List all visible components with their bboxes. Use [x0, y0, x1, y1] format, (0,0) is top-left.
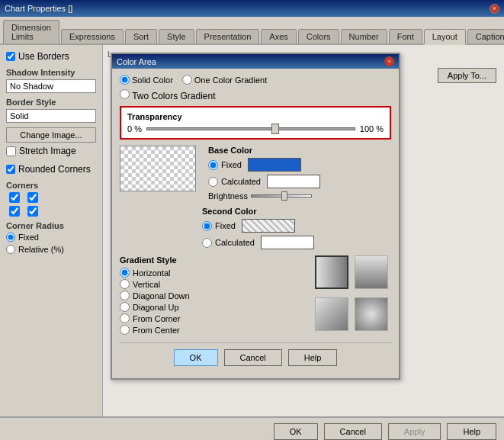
- corner-radius-label: Corner Radius: [6, 221, 96, 230]
- solid-color-option: Solid Color: [120, 75, 173, 85]
- use-borders-label: Use Borders: [18, 51, 69, 62]
- diagonal-up-label: Diagonal Up: [133, 303, 179, 312]
- corner-radius-relative-radio[interactable]: [6, 245, 15, 254]
- bottom-bar: OK Cancel Apply Help: [0, 416, 504, 440]
- tab-number[interactable]: Number: [341, 29, 387, 43]
- rounded-corners-checkbox[interactable]: [6, 165, 15, 174]
- second-calculated-row: Calculated: [202, 236, 391, 249]
- bottom-ok-button[interactable]: OK: [274, 423, 318, 440]
- corner-tr-checkbox[interactable]: [27, 192, 38, 203]
- close-button[interactable]: ×: [490, 4, 499, 14]
- border-style-dropdown[interactable]: Solid: [6, 109, 96, 123]
- base-color-swatch[interactable]: [248, 158, 301, 172]
- second-color-swatch[interactable]: [242, 219, 295, 233]
- shadow-intensity-dropdown[interactable]: No Shadow: [6, 79, 96, 93]
- gradient-tile-4[interactable]: [355, 297, 388, 331]
- corner-radius-relative-label: Relative (%): [18, 245, 64, 254]
- horizontal-option: Horizontal: [120, 268, 307, 278]
- base-fixed-radio[interactable]: [208, 160, 218, 170]
- corner-bl-checkbox[interactable]: [9, 206, 20, 217]
- transparency-slider-thumb[interactable]: [271, 124, 279, 134]
- tab-axes[interactable]: Axes: [261, 29, 296, 43]
- bottom-help-button[interactable]: Help: [447, 423, 496, 440]
- brightness-slider[interactable]: [251, 194, 312, 198]
- second-calculated-swatch: [261, 236, 314, 249]
- tab-caption[interactable]: Caption: [467, 29, 504, 43]
- bottom-apply-button[interactable]: Apply: [388, 423, 441, 440]
- two-colors-radio[interactable]: [120, 89, 130, 99]
- right-panel: Layer Apply To... Color Area × Solid Col…: [103, 45, 504, 416]
- rounded-corners-row: Rounded Corners: [6, 164, 96, 175]
- colors-section: Base Color Fixed Calculated Brigh: [120, 146, 391, 201]
- from-corner-radio[interactable]: [120, 313, 130, 323]
- gradient-tile-3[interactable]: [315, 297, 348, 331]
- apply-to-button[interactable]: Apply To...: [438, 68, 496, 83]
- gradient-tile-2[interactable]: [355, 255, 388, 289]
- from-center-option: From Center: [120, 325, 307, 335]
- shadow-intensity-label: Shadow Intensity: [6, 68, 96, 77]
- tab-bar: Dimension Limits Expressions Sort Style …: [0, 17, 504, 45]
- change-image-button[interactable]: Change Image...: [6, 127, 96, 143]
- gradient-options: Gradient Style Horizontal Vertical Diago…: [120, 255, 307, 336]
- transparency-slider-track: [146, 127, 355, 130]
- base-color-title: Base Color: [208, 146, 391, 155]
- one-color-gradient-option: One Color Gradient: [182, 75, 267, 85]
- tab-style[interactable]: Style: [159, 29, 194, 43]
- tab-dimension-limits[interactable]: Dimension Limits: [3, 20, 59, 43]
- base-calculated-label: Calculated: [221, 177, 261, 186]
- corner-br-checkbox[interactable]: [27, 206, 38, 217]
- cancel-button[interactable]: Cancel: [224, 349, 282, 366]
- main-content: Use Borders Shadow Intensity No Shadow B…: [0, 45, 504, 416]
- brightness-thumb[interactable]: [281, 191, 287, 201]
- base-color-section: Base Color Fixed Calculated Brigh: [208, 146, 391, 201]
- bottom-cancel-button[interactable]: Cancel: [324, 423, 382, 440]
- second-fixed-radio[interactable]: [202, 221, 212, 231]
- help-button[interactable]: Help: [288, 349, 338, 366]
- corners-label: Corners: [6, 181, 96, 190]
- tab-colors[interactable]: Colors: [298, 29, 339, 43]
- transparency-slider-row: 0 % 100 %: [127, 124, 384, 133]
- solid-color-label: Solid Color: [132, 75, 173, 85]
- horizontal-radio[interactable]: [120, 268, 130, 278]
- diagonal-up-option: Diagonal Up: [120, 302, 307, 312]
- vertical-option: Vertical: [120, 279, 307, 289]
- from-corner-option: From Corner: [120, 313, 307, 323]
- diagonal-down-radio[interactable]: [120, 291, 130, 300]
- tab-layout[interactable]: Layout: [424, 29, 466, 45]
- gradient-tile-1[interactable]: [315, 255, 348, 289]
- ok-button[interactable]: OK: [174, 349, 218, 366]
- one-color-gradient-label: One Color Gradient: [194, 75, 267, 85]
- tab-font[interactable]: Font: [389, 29, 422, 43]
- one-color-gradient-radio[interactable]: [182, 75, 192, 85]
- second-calculated-radio[interactable]: [202, 238, 212, 248]
- stretch-image-checkbox[interactable]: [6, 146, 16, 156]
- use-borders-checkbox[interactable]: [6, 52, 15, 61]
- tab-presentation[interactable]: Presentation: [196, 29, 260, 43]
- corner-radius-fixed-label: Fixed: [18, 233, 39, 242]
- dialog-buttons: OK Cancel Help: [120, 342, 391, 372]
- color-type-row: Solid Color One Color Gradient: [120, 75, 391, 85]
- rounded-corners-label: Rounded Corners: [18, 164, 91, 175]
- two-colors-label: Two Colors Gradient: [132, 91, 215, 101]
- brightness-label: Brightness: [208, 191, 248, 201]
- corner-radius-fixed-row: Fixed: [6, 233, 96, 242]
- corner-tl-checkbox[interactable]: [9, 192, 20, 203]
- second-fixed-label: Fixed: [215, 221, 236, 230]
- tab-sort[interactable]: Sort: [125, 29, 157, 43]
- gradient-section: Gradient Style Horizontal Vertical Diago…: [120, 255, 391, 336]
- two-colors-row: Two Colors Gradient: [120, 89, 391, 101]
- dialog-close-button[interactable]: ×: [384, 56, 394, 66]
- base-calculated-radio[interactable]: [208, 177, 218, 187]
- transparency-min: 0 %: [127, 124, 142, 133]
- corner-radius-fixed-radio[interactable]: [6, 233, 15, 242]
- diagonal-down-option: Diagonal Down: [120, 291, 307, 300]
- diagonal-up-radio[interactable]: [120, 302, 130, 312]
- from-corner-label: From Corner: [133, 314, 180, 323]
- diagonal-down-label: Diagonal Down: [133, 291, 190, 300]
- tab-expressions[interactable]: Expressions: [61, 29, 124, 43]
- transparency-box: Transparency 0 % 100 %: [120, 106, 391, 140]
- from-center-radio[interactable]: [120, 325, 130, 335]
- solid-color-radio[interactable]: [120, 75, 130, 85]
- vertical-radio[interactable]: [120, 279, 130, 289]
- color-area-dialog: Color Area × Solid Color One Color Gradi…: [111, 53, 400, 380]
